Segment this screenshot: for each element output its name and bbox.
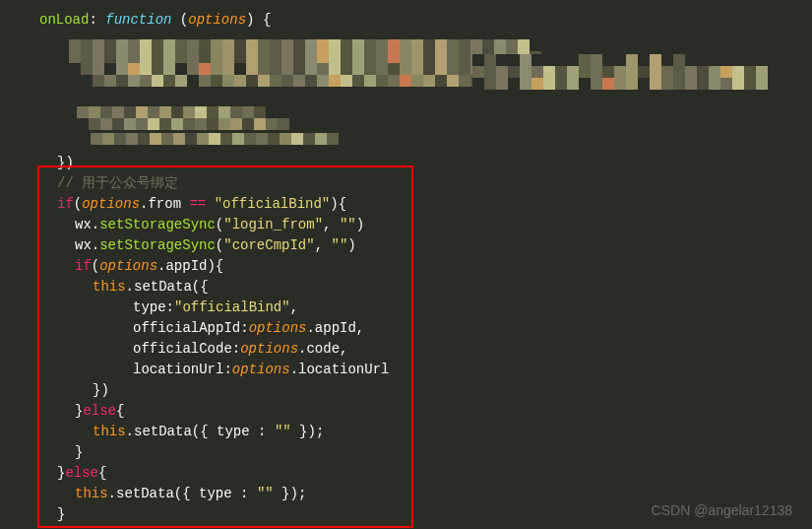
code-line: }else{: [39, 463, 389, 484]
redacted-block: [69, 39, 541, 87]
code-line: // 用于公众号绑定: [39, 173, 389, 194]
code-line: locationUrl:options.locationUrl: [39, 360, 389, 380]
method-name: onLoad: [39, 12, 89, 28]
code-line: }: [39, 442, 389, 463]
code-line: this.setData({: [39, 277, 389, 298]
keyword-function: function: [105, 12, 171, 28]
param-options: options: [188, 12, 246, 28]
redacted-block: [472, 54, 778, 90]
code-block[interactable]: }) // 用于公众号绑定 if(options.from == "offici…: [0, 153, 389, 525]
code-line: officialAppId:options.appId,: [39, 318, 389, 339]
code-line: }: [39, 504, 389, 525]
code-line: this.setData({ type : "" });: [39, 484, 389, 504]
redacted-block: [91, 133, 346, 147]
code-line: type:"officialBind",: [39, 298, 389, 318]
code-line: wx.setStorageSync("coreCmpId", ""): [39, 235, 389, 256]
code-line: wx.setStorageSync("login_from", ""): [39, 215, 389, 235]
code-line: if(options.from == "officialBind"){: [39, 194, 389, 215]
code-line: this.setData({ type : "" });: [39, 422, 389, 442]
comment: // 用于公众号绑定: [57, 175, 178, 191]
code-line: officialCode:options.code,: [39, 339, 389, 360]
redacted-block: [77, 106, 293, 130]
code-line: }): [39, 153, 389, 173]
code-line: }): [39, 380, 389, 401]
code-line: onLoad: function (options) {: [39, 10, 812, 31]
code-line: if(options.appId){: [39, 256, 389, 277]
code-editor[interactable]: onLoad: function (options) {: [0, 0, 812, 31]
watermark: CSDN @angelar12138: [652, 500, 792, 521]
code-line: }else{: [39, 401, 389, 422]
